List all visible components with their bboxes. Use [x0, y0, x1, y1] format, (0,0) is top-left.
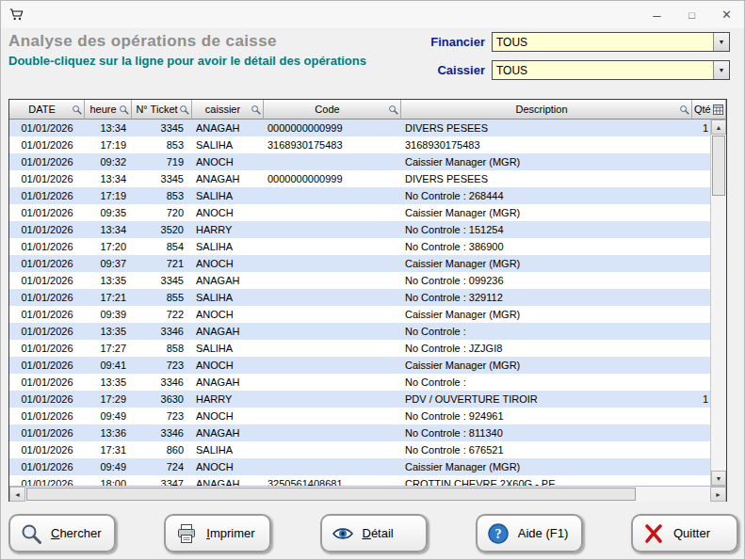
vertical-scroll-thumb[interactable] [712, 136, 725, 196]
maximize-button[interactable]: □ [674, 1, 709, 28]
chevron-down-icon[interactable]: ▼ [713, 33, 729, 51]
cell-ticket: 722 [132, 306, 192, 323]
table-row[interactable]: 01/01/202617:20854SALIHANo Controle : 38… [9, 238, 710, 255]
table-row[interactable]: 01/01/202609:49724ANOCHCaissier Manager … [9, 458, 710, 475]
table-row[interactable]: 01/01/202609:35720ANOCHCaissier Manager … [9, 204, 710, 221]
cell-description: Caissier Manager (MGR) [401, 204, 692, 221]
cell-code [264, 323, 401, 340]
chevron-down-icon[interactable]: ▼ [713, 61, 729, 79]
quit-icon [642, 522, 665, 545]
cell-qte [692, 136, 710, 153]
cell-caissier: ANAGAH [192, 374, 264, 391]
cell-qte [692, 170, 710, 187]
detail-button[interactable]: Détail [320, 514, 428, 552]
column-header-heure[interactable]: heure [85, 100, 132, 120]
cell-code: 3250561408681 [264, 475, 401, 486]
cell-qte: 1 [692, 391, 710, 408]
column-header-date[interactable]: DATE [9, 100, 85, 120]
financier-dropdown[interactable]: TOUS ▼ [492, 32, 730, 52]
aide-button[interactable]: ?Aide (F1) [476, 514, 583, 552]
vertical-scrollbar[interactable]: ▲ ▼ [710, 120, 726, 486]
cell-date: 01/01/2026 [9, 374, 85, 391]
cell-description: Caissier Manager (MGR) [401, 357, 692, 374]
cell-ticket: 3345 [132, 272, 192, 289]
cell-caissier: HARRY [192, 391, 264, 408]
cell-ticket: 3346 [132, 424, 192, 441]
cell-heure: 17:21 [85, 289, 132, 306]
table-row[interactable]: 01/01/202617:19853SALIHA3168930175483316… [9, 136, 710, 153]
grid-icon[interactable] [713, 104, 723, 115]
button-label: Détail [363, 526, 394, 540]
search-icon[interactable] [388, 104, 398, 115]
cell-caissier: SALIHA [192, 187, 264, 204]
table-row[interactable]: 01/01/202617:27858SALIHANo Controle : JZ… [9, 340, 710, 357]
cell-date: 01/01/2026 [9, 306, 85, 323]
scroll-right-arrow[interactable]: ► [710, 487, 726, 502]
cell-heure: 09:37 [85, 255, 132, 272]
search-icon[interactable] [119, 104, 129, 115]
table-row[interactable]: 01/01/202613:343345ANAGAH0000000000999DI… [9, 120, 710, 136]
search-icon[interactable] [72, 104, 82, 115]
table-row[interactable]: 01/01/202609:41723ANOCHCaissier Manager … [9, 357, 710, 374]
caissier-dropdown[interactable]: TOUS ▼ [492, 60, 730, 80]
search-icon[interactable] [251, 104, 261, 115]
horizontal-scrollbar[interactable]: ◄ ► [9, 486, 726, 502]
column-header-description[interactable]: Description [401, 100, 692, 120]
cell-date: 01/01/2026 [9, 391, 85, 408]
cell-description: DIVERS PESEES [401, 120, 692, 136]
table-row[interactable]: 01/01/202617:293630HARRYPDV / OUVERTURE … [9, 391, 710, 408]
cell-description: No Controle : 676521 [401, 441, 692, 458]
table-row[interactable]: 01/01/202609:49723ANOCHNo Controle : 924… [9, 408, 710, 424]
table-row[interactable]: 01/01/202609:32719ANOCHCaissier Manager … [9, 153, 710, 170]
cell-code [264, 391, 401, 408]
table-row[interactable]: 01/01/202613:343520HARRYNo Controle : 15… [9, 221, 710, 238]
close-button[interactable]: ✕ [709, 1, 744, 28]
financier-value: TOUS [493, 33, 713, 51]
cell-date: 01/01/2026 [9, 272, 85, 289]
table-row[interactable]: 01/01/202617:19853SALIHANo Controle : 26… [9, 187, 710, 204]
column-header-caissier[interactable]: caissier [192, 100, 264, 120]
chercher-button[interactable]: Chercher [8, 514, 116, 552]
cell-ticket: 854 [132, 238, 192, 255]
scroll-down-arrow[interactable]: ▼ [711, 471, 726, 486]
table-row[interactable]: 01/01/202613:363346ANAGAHNo Controle : 8… [9, 424, 710, 441]
search-icon[interactable] [179, 104, 189, 115]
cell-qte [692, 374, 710, 391]
cell-caissier: ANOCH [192, 408, 264, 424]
cell-caissier: ANOCH [192, 153, 264, 170]
table-row[interactable]: 01/01/202613:353345ANAGAHNo Controle : 0… [9, 272, 710, 289]
table-row[interactable]: 01/01/202617:21855SALIHANo Controle : 32… [9, 289, 710, 306]
imprimer-button[interactable]: Imprimer [164, 514, 271, 552]
cell-heure: 13:35 [85, 323, 132, 340]
table-row[interactable]: 01/01/202613:343345ANAGAH0000000000999DI… [9, 170, 710, 187]
column-header-qte[interactable]: Qté [692, 100, 726, 120]
quitter-button[interactable]: Quitter [631, 514, 738, 552]
cell-heure: 17:27 [85, 340, 132, 357]
cell-ticket: 720 [132, 204, 192, 221]
scroll-left-arrow[interactable]: ◄ [9, 487, 25, 502]
button-label: Quitter [673, 526, 710, 540]
column-header-code[interactable]: Code [264, 100, 401, 120]
cell-date: 01/01/2026 [9, 424, 85, 441]
column-header-ticket[interactable]: N° Ticket [132, 100, 192, 120]
cell-heure: 13:34 [85, 221, 132, 238]
cell-ticket: 3520 [132, 221, 192, 238]
search-icon[interactable] [679, 104, 689, 115]
cell-caissier: ANAGAH [192, 475, 264, 486]
cell-date: 01/01/2026 [9, 153, 85, 170]
horizontal-scroll-thumb[interactable] [26, 488, 636, 501]
cell-caissier: SALIHA [192, 289, 264, 306]
cell-qte [692, 153, 710, 170]
table-row[interactable]: 01/01/202609:39722ANOCHCaissier Manager … [9, 306, 710, 323]
cell-code [264, 255, 401, 272]
table-row[interactable]: 01/01/202613:353346ANAGAHNo Controle : [9, 323, 710, 340]
scroll-up-arrow[interactable]: ▲ [711, 120, 726, 135]
table-row[interactable]: 01/01/202618:003347ANAGAH3250561408681CR… [9, 475, 710, 486]
vertical-scroll-track[interactable] [711, 135, 726, 471]
table-row[interactable]: 01/01/202617:31860SALIHANo Controle : 67… [9, 441, 710, 458]
table-row[interactable]: 01/01/202613:353346ANAGAHNo Controle : [9, 374, 710, 391]
table-row[interactable]: 01/01/202609:37721ANOCHCaissier Manager … [9, 255, 710, 272]
horizontal-scroll-track[interactable] [25, 487, 710, 502]
minimize-button[interactable]: – [640, 1, 674, 28]
operations-table: DATEheureN° TicketcaissierCodeDescriptio… [8, 99, 727, 502]
